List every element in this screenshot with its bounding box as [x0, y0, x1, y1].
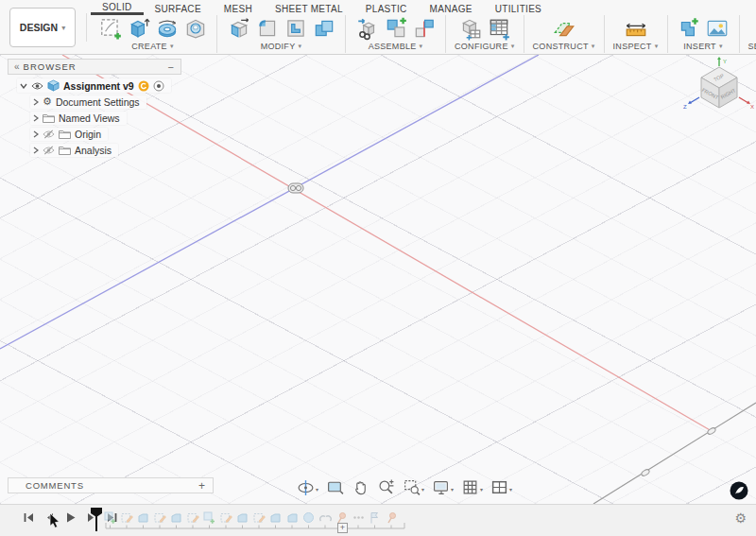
combine-icon[interactable] — [311, 16, 336, 41]
chevron-down-icon[interactable]: ▾ — [451, 486, 454, 493]
browser-row-label: Assignment v9 — [63, 80, 134, 92]
pan-icon — [352, 478, 369, 500]
tab-plastic[interactable]: PLASTIC — [354, 2, 419, 15]
measure-icon[interactable] — [623, 16, 648, 41]
assistant-bubble[interactable] — [730, 481, 748, 504]
chevron-down-icon: ▾ — [420, 43, 423, 50]
browser-row-pill: Origin — [30, 128, 108, 141]
browser-row-label: Analysis — [75, 145, 112, 156]
zoom-button[interactable] — [375, 478, 397, 500]
chevron-down-icon[interactable]: ▾ — [480, 486, 483, 493]
insert-canvas-icon[interactable] — [705, 16, 730, 41]
chevron-right-icon[interactable] — [33, 98, 39, 106]
new-component-icon[interactable] — [354, 16, 380, 41]
construction-plane-icon[interactable] — [551, 16, 576, 41]
chevron-right-icon[interactable] — [33, 114, 39, 122]
view-cube[interactable]: Y Z X TOP FRONT RIGHT — [682, 56, 756, 120]
browser-collapse-button[interactable]: « — [14, 61, 20, 72]
browser-row-assignment-v9[interactable]: Assignment v9 — [17, 78, 181, 93]
look-at-button[interactable] — [324, 478, 346, 500]
zoom-icon — [377, 478, 395, 500]
folder-icon[interactable] — [59, 146, 71, 155]
grid-settings-button[interactable]: ▾ — [459, 478, 485, 500]
viewports-button[interactable]: ▾ — [489, 478, 514, 500]
chevron-down-icon[interactable]: ▾ — [316, 486, 318, 493]
ribbon-group-label-modify[interactable]: MODIFY▾ — [261, 42, 302, 51]
ribbon-group-label-assemble[interactable]: ASSEMBLE▾ — [369, 42, 423, 51]
chevron-right-icon[interactable] — [33, 147, 39, 154]
chevron-down-icon: ▾ — [61, 24, 65, 32]
configuration-table-icon[interactable] — [486, 16, 511, 41]
eye-off-icon[interactable] — [43, 130, 55, 139]
origin-marker[interactable] — [288, 183, 303, 193]
joint-origin-icon[interactable] — [411, 16, 437, 41]
ribbon-group-inspect: INSPECT▾ — [605, 15, 668, 53]
browser-row-analysis[interactable]: Analysis — [30, 143, 181, 157]
chevron-down-icon[interactable]: ▾ — [421, 486, 424, 493]
create-sketch-icon[interactable] — [97, 16, 123, 41]
browser-minimize-button[interactable]: − — [168, 61, 174, 73]
navigation-bar: ▾▾▾▾▾ — [295, 479, 514, 498]
grid-extent-handle[interactable] — [641, 468, 650, 476]
ribbon-tab-bar: SOLIDSURFACEMESHSHEET METALPLASTICMANAGE… — [91, 0, 553, 15]
tab-manage[interactable]: MANAGE — [419, 2, 484, 15]
viewcube-x-label: X — [750, 104, 754, 110]
activate-radio-icon[interactable] — [153, 80, 164, 92]
timeline-add-button[interactable]: + — [337, 523, 348, 533]
browser-row-pill: Named Views — [30, 112, 127, 125]
display-settings-button[interactable]: ▾ — [430, 478, 455, 500]
timeline-bar: + ⚙ — [0, 504, 756, 536]
ribbon-group-label-select[interactable]: SELECT▾ — [748, 42, 756, 51]
joint-icon[interactable] — [383, 16, 408, 41]
chevron-down-icon[interactable]: ▾ — [509, 486, 512, 493]
browser-row-named-views[interactable]: Named Views — [30, 111, 181, 125]
y-arrowhead-icon — [717, 57, 721, 60]
ribbon-group-label-construct[interactable]: CONSTRUCT▾ — [533, 42, 595, 51]
display-settings-icon — [432, 478, 450, 500]
zoom-window-button[interactable]: ▾ — [401, 478, 426, 500]
grid-extent-handle[interactable] — [707, 426, 716, 435]
group-label-text: MODIFY — [261, 42, 296, 51]
play-button[interactable] — [64, 511, 77, 524]
chevron-right-icon[interactable] — [33, 130, 39, 138]
ribbon-group-label-create[interactable]: CREATE▾ — [131, 42, 173, 51]
ribbon-group-label-insert[interactable]: INSERT▾ — [683, 42, 722, 51]
step-back-button[interactable] — [43, 511, 56, 524]
group-label-text: ASSEMBLE — [369, 42, 417, 51]
press-pull-icon[interactable] — [226, 16, 251, 41]
ribbon-group-label-inspect[interactable]: INSPECT▾ — [613, 42, 659, 51]
sync-badge-icon[interactable] — [138, 80, 149, 92]
tab-utilities[interactable]: UTILITIES — [484, 2, 553, 15]
tab-sheet-metal[interactable]: SHEET METAL — [264, 2, 354, 15]
extrude-icon[interactable] — [126, 16, 151, 41]
tab-mesh[interactable]: MESH — [213, 2, 264, 15]
timeline-settings-gear-icon[interactable]: ⚙ — [734, 510, 747, 526]
fusion-window: DESIGN ▾ SOLIDSURFACEMESHSHEET METALPLAS… — [0, 0, 756, 536]
tab-surface[interactable]: SURFACE — [144, 2, 213, 15]
design-workspace-menu[interactable]: DESIGN ▾ — [9, 8, 76, 47]
chevron-down-icon[interactable] — [20, 83, 27, 89]
configuration-icon[interactable] — [457, 16, 483, 41]
eye-icon[interactable] — [31, 81, 43, 91]
gear-icon[interactable]: ⚙ — [43, 96, 52, 107]
insert-derive-icon[interactable] — [677, 16, 702, 41]
comments-panel[interactable]: COMMENTS + — [8, 477, 214, 493]
browser-title: BROWSER — [24, 61, 168, 72]
browser-row-origin[interactable]: Origin — [30, 127, 181, 141]
pan-button[interactable] — [350, 478, 371, 500]
hole-icon[interactable] — [182, 16, 208, 41]
revolve-icon[interactable] — [154, 16, 180, 41]
tab-solid[interactable]: SOLID — [91, 0, 144, 15]
go-to-start-button[interactable] — [23, 511, 35, 524]
shell-icon[interactable] — [283, 16, 308, 41]
browser-row-document-settings[interactable]: ⚙Document Settings — [30, 95, 181, 109]
folder-icon[interactable] — [43, 113, 55, 123]
folder-icon[interactable] — [59, 130, 71, 139]
orbit-button[interactable]: ▾ — [295, 478, 320, 500]
ribbon-group-insert: INSERT▾ — [668, 15, 740, 53]
component-cube-icon[interactable] — [47, 79, 60, 92]
eye-off-icon[interactable] — [43, 146, 55, 155]
fillet-icon[interactable] — [254, 16, 280, 41]
add-comment-button[interactable]: + — [198, 479, 205, 493]
ribbon-group-label-configure[interactable]: CONFIGURE▾ — [455, 42, 515, 51]
